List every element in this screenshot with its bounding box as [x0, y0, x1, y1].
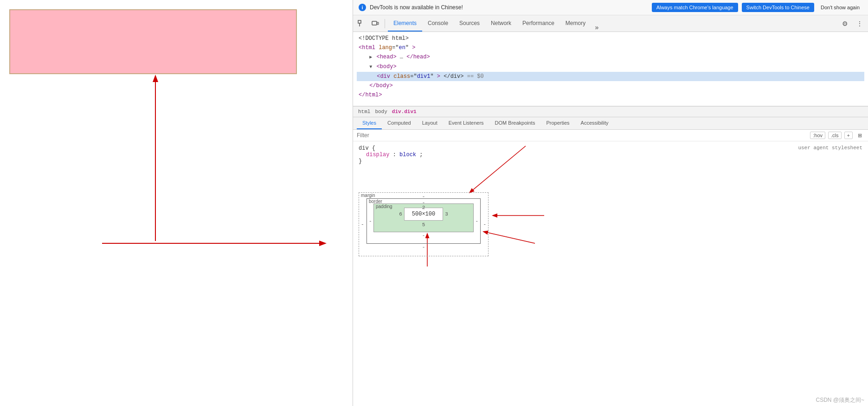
border-right-value[interactable]: -: [475, 218, 478, 224]
css-rule-line-selector[interactable]: div {: [359, 145, 862, 152]
tab-elements[interactable]: Elements: [388, 15, 422, 32]
dom-tree: <!DOCTYPE html> <html lang="en" > ▶ <hea…: [353, 32, 868, 106]
dom-line-div[interactable]: <div class="div1" > </div> == $0: [357, 72, 864, 81]
device-toolbar-button[interactable]: [369, 17, 382, 30]
box-model-container: margin - border - padding 2: [359, 192, 489, 256]
style-tab-styles[interactable]: Styles: [357, 117, 382, 129]
breadcrumb: html body div.div1: [353, 106, 868, 117]
bm-border: border - padding 2 6 500×100: [366, 198, 481, 244]
svg-rect-6: [372, 21, 377, 25]
hov-button[interactable]: :hov: [810, 132, 825, 139]
border-bottom-row: -: [373, 232, 474, 239]
bm-margin: margin - border - padding 2: [359, 192, 489, 256]
tab-sources[interactable]: Sources: [454, 15, 485, 32]
csdn-watermark: CSDN @须奥之间~: [816, 396, 864, 404]
svg-line-12: [484, 232, 535, 243]
cls-button[interactable]: .cls: [828, 132, 842, 139]
margin-bottom-row: -: [366, 244, 481, 250]
style-tab-event-listeners[interactable]: Event Listeners: [443, 117, 489, 129]
tab-memory[interactable]: Memory: [560, 15, 591, 32]
dont-show-again-button[interactable]: Don't show again: [818, 3, 862, 12]
customize-button[interactable]: ⋮: [853, 17, 866, 30]
css-rule-line-close: }: [359, 158, 862, 165]
style-tab-computed[interactable]: Computed: [382, 117, 417, 129]
margin-bottom-value[interactable]: -: [422, 244, 425, 250]
css-rule-block: div { display : block ; }: [359, 145, 862, 165]
devtools-main: <!DOCTYPE html> <html lang="en" > ▶ <hea…: [353, 32, 868, 406]
dom-line-head[interactable]: ▶ <head> … </head>: [357, 52, 864, 62]
padding-top-value[interactable]: 2: [422, 205, 425, 210]
dom-line-html-close[interactable]: </html>: [357, 90, 864, 100]
add-style-button[interactable]: +: [844, 132, 853, 139]
left-padding-value[interactable]: 6: [399, 211, 402, 217]
padding-bottom-value[interactable]: 5: [422, 222, 425, 228]
info-icon: i: [359, 4, 366, 11]
margin-right-value[interactable]: -: [483, 222, 486, 227]
notification-text: DevTools is now available in Chinese!: [370, 4, 648, 11]
style-tab-dom-breakpoints[interactable]: DOM Breakpoints: [489, 117, 541, 129]
notification-bar: i DevTools is now available in Chinese! …: [353, 0, 868, 15]
style-tab-accessibility[interactable]: Accessibility: [575, 117, 614, 129]
right-padding-value[interactable]: 3: [445, 211, 448, 217]
css-source-label: user agent stylesheet: [798, 145, 862, 151]
css-rule-line-display[interactable]: display : block ;: [359, 152, 862, 158]
padding-label: padding: [376, 204, 392, 209]
breadcrumb-div[interactable]: div.div1: [391, 108, 418, 115]
tabs-more-button[interactable]: »: [591, 24, 602, 32]
toolbar-divider: [385, 19, 385, 28]
match-language-button[interactable]: Always match Chrome's language: [652, 3, 738, 12]
tab-network[interactable]: Network: [485, 15, 517, 32]
filter-input[interactable]: [357, 132, 810, 139]
svg-rect-4: [358, 20, 361, 23]
expand-button[interactable]: ⊞: [855, 132, 864, 139]
dom-line-doctype[interactable]: <!DOCTYPE html>: [357, 34, 864, 43]
svg-rect-7: [377, 22, 379, 25]
margin-left-value[interactable]: -: [361, 222, 364, 227]
devtools-tabs: Elements Console Sources Network Perform…: [388, 15, 837, 32]
dom-line-body-close[interactable]: </body>: [357, 81, 864, 90]
switch-chinese-button[interactable]: Switch DevTools to Chinese: [742, 3, 814, 12]
dom-line-html[interactable]: <html lang="en" >: [357, 43, 864, 52]
settings-button[interactable]: ⚙: [838, 17, 851, 30]
border-left-value[interactable]: -: [369, 218, 372, 224]
tab-performance[interactable]: Performance: [517, 15, 560, 32]
device-icon: [372, 20, 379, 27]
tab-console[interactable]: Console: [422, 15, 454, 32]
breadcrumb-html[interactable]: html: [357, 108, 372, 115]
padding-bottom-row: 5: [379, 221, 468, 228]
border-bottom-value[interactable]: -: [422, 233, 425, 238]
browser-page: [0, 0, 353, 406]
breadcrumb-body[interactable]: body: [373, 108, 388, 115]
style-tabs: Styles Computed Layout Event Listeners D…: [353, 117, 868, 130]
filter-right: :hov .cls + ⊞: [810, 132, 864, 139]
bm-padding: padding 2 6 500×100 3 5: [373, 203, 474, 232]
pink-box: [9, 9, 297, 74]
cursor-icon: [358, 20, 365, 27]
inspect-element-button[interactable]: [355, 17, 368, 30]
dom-line-body-open[interactable]: ▼ <body>: [357, 62, 864, 72]
filter-bar: :hov .cls + ⊞: [353, 130, 868, 141]
box-model-wrapper: margin - border - padding 2: [359, 192, 862, 256]
margin-label: margin: [361, 193, 375, 198]
devtools-panel: i DevTools is now available in Chinese! …: [353, 0, 868, 406]
css-rules-area: div { display : block ; } user agent sty…: [353, 141, 868, 406]
devtools-toolbar: Elements Console Sources Network Perform…: [353, 15, 868, 32]
toolbar-right: ⚙ ⋮: [838, 17, 866, 30]
style-tab-layout[interactable]: Layout: [417, 117, 443, 129]
style-tab-properties[interactable]: Properties: [540, 117, 575, 129]
